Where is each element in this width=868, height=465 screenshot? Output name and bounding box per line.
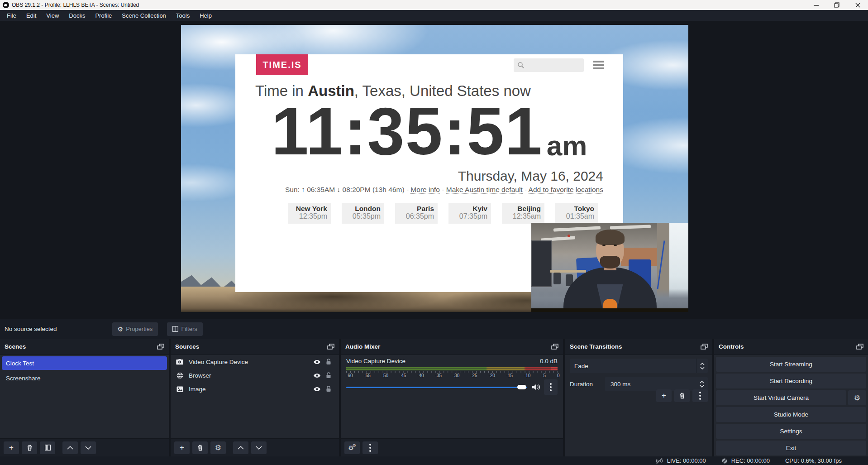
rec-timer: REC: 00:00:00 xyxy=(731,457,770,464)
sources-dock: Sources Video Capture Device Browser xyxy=(171,339,339,456)
live-inactive-icon xyxy=(655,458,663,464)
menu-scene-collection[interactable]: Scene Collection xyxy=(117,10,171,21)
controls-dock-header[interactable]: Controls xyxy=(714,339,868,355)
speaker-icon[interactable] xyxy=(532,384,541,391)
lock-icon[interactable] xyxy=(323,386,334,392)
source-row-image[interactable]: Image xyxy=(171,382,339,396)
add-source-button[interactable]: + xyxy=(174,441,190,454)
scenes-dock-header[interactable]: Scenes xyxy=(0,339,169,355)
favorite-link: Add to favorite locations xyxy=(529,186,603,194)
remove-scene-button[interactable] xyxy=(22,441,37,454)
transition-selected-value: Fade xyxy=(570,363,588,369)
transition-menu-button[interactable] xyxy=(692,389,708,402)
start-streaming-button[interactable]: Start Streaming xyxy=(716,357,866,372)
controls-dock: Controls Start Streaming Start Recording… xyxy=(714,339,868,456)
menu-tools[interactable]: Tools xyxy=(171,10,195,21)
globe-icon xyxy=(175,372,184,379)
close-button[interactable] xyxy=(847,0,868,10)
city-cell: Beijing12:35am xyxy=(502,203,544,224)
sources-toolbar: + ⚙ xyxy=(171,438,339,456)
remove-source-button[interactable] xyxy=(192,441,208,454)
source-row-browser[interactable]: Browser xyxy=(171,369,339,382)
timeis-world-clocks: New York12:35pm London05:35pm Paris06:35… xyxy=(288,203,598,224)
lock-icon[interactable] xyxy=(323,359,334,365)
start-recording-button[interactable]: Start Recording xyxy=(716,374,866,388)
cpu-fps-stats: CPU: 0.6%, 30.00 fps xyxy=(785,457,842,464)
controls-title: Controls xyxy=(719,343,744,350)
audio-mixer-dock: Audio Mixer Video Capture Device 0.0 dB … xyxy=(341,339,563,456)
start-virtual-camera-button[interactable]: Start Virtual Camera xyxy=(716,390,846,405)
scene-transitions-dock: Scene Transitions Fade Duration 300 ms + xyxy=(565,339,712,456)
obs-window: OBS 29.1.2 - Profile: LLHLS BETA - Scene… xyxy=(0,0,868,465)
sources-dock-header[interactable]: Sources xyxy=(171,339,339,355)
sources-title: Sources xyxy=(175,343,199,350)
transition-select[interactable]: Fade xyxy=(570,359,708,373)
popout-icon[interactable] xyxy=(551,344,558,350)
menu-view[interactable]: View xyxy=(41,10,64,21)
volume-slider-handle[interactable] xyxy=(517,385,526,389)
visibility-eye-icon[interactable] xyxy=(311,373,323,378)
timeis-clock: 11:35:51 xyxy=(272,96,543,166)
source-row-video-capture[interactable]: Video Capture Device xyxy=(171,355,339,369)
timeis-meridiem: am xyxy=(547,132,587,166)
timeis-search-box xyxy=(514,58,584,72)
city-cell: Kyiv07:35pm xyxy=(448,203,491,224)
move-scene-up-button[interactable] xyxy=(62,441,78,454)
preview-canvas[interactable]: TIME.IS Time in Austin, Texas, United St… xyxy=(181,25,688,312)
mixer-channel-name: Video Capture Device xyxy=(346,358,405,364)
studio-mode-button[interactable]: Studio Mode xyxy=(716,407,866,422)
add-scene-button[interactable]: + xyxy=(4,441,19,454)
settings-button[interactable]: Settings xyxy=(716,424,866,439)
add-transition-button[interactable]: + xyxy=(656,389,672,402)
mixer-channel-menu-button[interactable] xyxy=(544,379,558,395)
audio-mixer-title: Audio Mixer xyxy=(345,343,380,350)
scene-item-screenshare[interactable]: Screenshare xyxy=(2,371,167,385)
mixer-menu-button[interactable] xyxy=(362,441,378,454)
camera-icon xyxy=(175,359,184,365)
status-bar: LIVE: 00:00:00 REC: 00:00:00 CPU: 0.6%, … xyxy=(0,456,868,465)
volume-slider[interactable] xyxy=(346,383,527,392)
scene-filters-button[interactable] xyxy=(40,441,55,454)
city-cell: New York12:35pm xyxy=(288,203,331,224)
timeis-clock-row: 11:35:51 am xyxy=(235,96,623,166)
exit-button[interactable]: Exit xyxy=(716,441,866,455)
advanced-audio-button[interactable]: ⚙⚙ xyxy=(344,441,360,454)
popout-icon[interactable] xyxy=(157,344,164,350)
transition-select-arrows[interactable] xyxy=(696,359,708,373)
popout-icon[interactable] xyxy=(701,344,708,350)
city-cell: London05:35pm xyxy=(342,203,384,224)
lock-icon[interactable] xyxy=(323,372,334,379)
source-properties-button[interactable]: ⚙ xyxy=(210,441,226,454)
source-toolbar: No source selected ⚙ Properties Filters xyxy=(0,319,868,339)
timeis-logo: TIME.IS xyxy=(256,54,308,75)
popout-icon[interactable] xyxy=(327,344,334,350)
menu-help[interactable]: Help xyxy=(195,10,217,21)
restore-button[interactable] xyxy=(826,0,847,10)
popout-icon[interactable] xyxy=(856,344,863,350)
virtual-camera-config-button[interactable]: ⚙ xyxy=(848,390,866,405)
menu-profile[interactable]: Profile xyxy=(90,10,117,21)
properties-button[interactable]: ⚙ Properties xyxy=(112,322,158,336)
mixer-level-db: 0.0 dB xyxy=(540,358,558,364)
audio-mixer-dock-header[interactable]: Audio Mixer xyxy=(341,339,563,355)
transitions-dock-header[interactable]: Scene Transitions xyxy=(565,339,712,355)
scene-item-clock-test[interactable]: Clock Test xyxy=(2,356,167,370)
move-source-up-button[interactable] xyxy=(233,441,248,454)
rec-inactive-icon xyxy=(721,458,728,464)
duration-label: Duration xyxy=(570,381,605,388)
filters-icon xyxy=(172,326,178,332)
menu-edit[interactable]: Edit xyxy=(21,10,41,21)
menu-file[interactable]: File xyxy=(2,10,21,21)
timeis-date: Thursday, May 16, 2024 xyxy=(458,168,603,184)
gear-icon: ⚙ xyxy=(118,326,124,332)
visibility-eye-icon[interactable] xyxy=(311,360,323,364)
duration-spin-arrows[interactable] xyxy=(700,381,708,388)
visibility-eye-icon[interactable] xyxy=(311,387,323,392)
remove-transition-button[interactable] xyxy=(674,389,690,402)
move-source-down-button[interactable] xyxy=(251,441,267,454)
menu-docks[interactable]: Docks xyxy=(64,10,90,21)
move-scene-down-button[interactable] xyxy=(81,441,96,454)
webcam-overlay xyxy=(531,223,688,312)
filters-button[interactable]: Filters xyxy=(167,322,202,336)
minimize-button[interactable] xyxy=(806,0,826,10)
